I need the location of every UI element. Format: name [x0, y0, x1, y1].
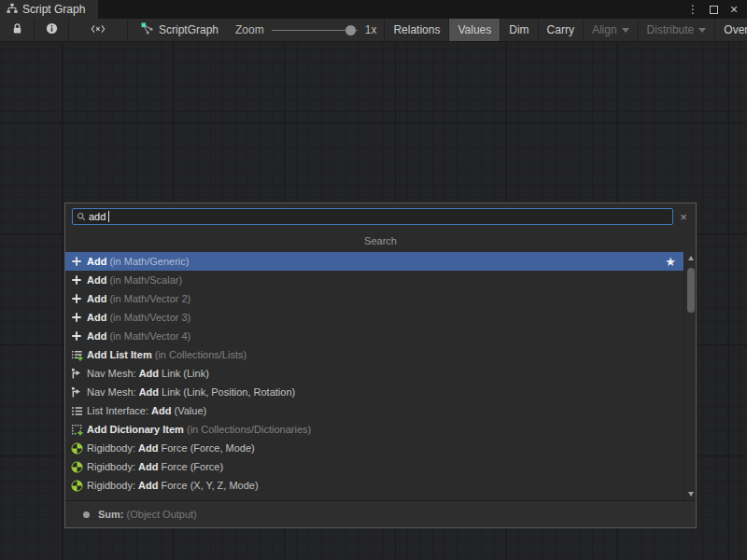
rigidbody-icon — [70, 479, 83, 492]
rigidbody-icon — [70, 460, 83, 473]
window-maximize-button[interactable] — [706, 2, 721, 17]
info-icon — [46, 22, 58, 37]
toolbar-button-carry[interactable]: Carry — [538, 19, 583, 41]
zoom-label: Zoom — [235, 23, 264, 36]
result-row[interactable]: Nav Mesh: Add Link (Link) — [65, 364, 684, 383]
search-input-value: add — [89, 211, 106, 222]
result-row[interactable]: List Interface: Add (Value) — [65, 401, 684, 420]
add-node-icon — [70, 329, 83, 343]
scroll-up-icon — [688, 256, 694, 260]
results-scrollbar[interactable] — [684, 252, 696, 500]
add-list-item-icon — [70, 348, 83, 361]
toolbar-button-align[interactable]: Align — [583, 19, 638, 41]
search-results-list: Add (in Math/Generic)★Add (in Math/Scala… — [65, 252, 684, 495]
result-row-label: List Interface: Add (Value) — [87, 405, 206, 416]
toolbar-button-label: Overview — [724, 23, 747, 36]
preview-port-type: (Object Output) — [127, 509, 197, 520]
toolbar-button-label: Align — [592, 23, 617, 36]
chevron-down-icon — [698, 28, 706, 33]
result-row-label: Add (in Math/Vector 4) — [87, 330, 190, 342]
result-row[interactable]: Rigidbody: Add Force (Force) — [65, 457, 684, 476]
toolbar-button-label: Distribute — [647, 23, 695, 36]
scroll-up-button[interactable] — [684, 253, 696, 263]
list-interface-icon — [70, 404, 83, 417]
result-row-label: Nav Mesh: Add Link (Link, Position, Rota… — [87, 386, 295, 398]
result-row-label: Add (in Math/Generic) — [87, 256, 189, 267]
selected-node-preview: Sum: (Object Output) — [65, 500, 696, 527]
code-view-icon — [91, 23, 106, 37]
fuzzy-finder-popup: add × Search Add (in Math/Generic)★Add (… — [64, 203, 697, 528]
result-row[interactable]: Rigidbody: Add Force (Force, Mode) — [65, 439, 684, 457]
add-node-icon — [70, 292, 83, 305]
toolbar-button-relations[interactable]: Relations — [384, 19, 448, 41]
result-row[interactable]: Add List Item (in Collections/Lists) — [65, 345, 684, 364]
result-row[interactable]: Rigidbody: Add Force (X, Y, Z, Mode) — [65, 476, 684, 495]
result-row[interactable]: Add (in Math/Vector 4) — [65, 327, 684, 345]
add-dictionary-item-icon — [70, 423, 83, 436]
window-menu-button[interactable]: ⋮ — [685, 2, 700, 17]
result-row-label: Rigidbody: Add Force (X, Y, Z, Mode) — [87, 480, 259, 491]
scrollbar-thumb[interactable] — [687, 268, 695, 313]
zoom-slider[interactable] — [272, 19, 358, 42]
zoom-value: 1x — [365, 23, 377, 36]
result-row-label: Add List Item (in Collections/Lists) — [87, 349, 247, 360]
scroll-down-button[interactable] — [684, 489, 696, 499]
result-row-label: Rigidbody: Add Force (Force, Mode) — [87, 442, 255, 454]
lock-icon — [11, 22, 23, 37]
result-row-label: Nav Mesh: Add Link (Link) — [87, 368, 209, 379]
window-close-button[interactable]: × — [726, 2, 741, 17]
add-node-icon — [70, 255, 83, 268]
text-caret — [108, 211, 109, 222]
clear-icon: × — [680, 210, 687, 224]
toolbar-button-overview[interactable]: Overview — [714, 19, 747, 41]
graph-hierarchy-icon — [7, 1, 18, 18]
toolbar-button-label: Carry — [547, 23, 574, 36]
script-graph-node-icon — [141, 22, 153, 37]
result-row-label: Rigidbody: Add Force (Force) — [87, 461, 223, 472]
result-row[interactable]: Add (in Math/Generic)★ — [65, 252, 684, 271]
result-row[interactable]: Add (in Math/Vector 2) — [65, 289, 684, 308]
kebab-menu-icon: ⋮ — [687, 3, 698, 16]
result-row[interactable]: Add (in Math/Scalar) — [65, 271, 684, 289]
toolbar-button-dim[interactable]: Dim — [500, 19, 537, 41]
title-bar: Script Graph ⋮ × — [0, 0, 747, 19]
result-row-label: Add (in Math/Vector 2) — [87, 293, 190, 304]
add-node-icon — [70, 311, 83, 324]
graph-toolbar: ScriptGraph Zoom 1x RelationsValuesDimCa… — [0, 19, 747, 42]
result-row-label: Add (in Math/Vector 3) — [87, 312, 190, 323]
info-button[interactable] — [35, 19, 68, 41]
close-icon: × — [730, 3, 738, 16]
finder-section-header: Search — [65, 230, 696, 252]
output-port-icon — [83, 511, 90, 518]
tab-script-graph[interactable]: Script Graph — [0, 0, 98, 19]
nav-mesh-icon — [70, 385, 83, 399]
add-node-icon — [70, 273, 83, 287]
toolbar-button-label: Dim — [509, 23, 529, 36]
search-icon — [77, 208, 86, 225]
tab-label: Script Graph — [22, 3, 85, 16]
preview-port-label: Sum: — [98, 509, 124, 520]
graph-name-label: ScriptGraph — [159, 23, 218, 36]
scroll-down-icon — [688, 492, 694, 497]
result-row-label: Add (in Math/Scalar) — [87, 274, 182, 286]
zoom-slider-handle[interactable] — [345, 25, 356, 35]
toolbar-button-distribute[interactable]: Distribute — [638, 19, 715, 41]
code-view-button[interactable] — [69, 19, 127, 41]
rigidbody-icon — [70, 441, 83, 455]
clear-search-button[interactable]: × — [678, 211, 689, 223]
lock-button[interactable] — [0, 19, 34, 41]
zoom-slider-track — [272, 30, 358, 31]
graph-name-group[interactable]: ScriptGraph — [128, 19, 228, 41]
nav-mesh-icon — [70, 367, 83, 380]
result-row-label: Add Dictionary Item (in Collections/Dict… — [87, 424, 311, 435]
toolbar-button-values[interactable]: Values — [448, 19, 500, 41]
result-row[interactable]: Add (in Math/Vector 3) — [65, 308, 684, 327]
result-row[interactable]: Nav Mesh: Add Link (Link, Position, Rota… — [65, 383, 684, 401]
result-row[interactable]: Add Dictionary Item (in Collections/Dict… — [65, 420, 684, 439]
favorite-star-icon[interactable]: ★ — [665, 255, 676, 269]
search-input[interactable]: add — [72, 208, 673, 225]
toolbar-button-label: Relations — [393, 23, 440, 36]
toolbar-button-label: Values — [458, 23, 491, 36]
chevron-down-icon — [622, 28, 629, 33]
maximize-icon — [710, 6, 718, 14]
